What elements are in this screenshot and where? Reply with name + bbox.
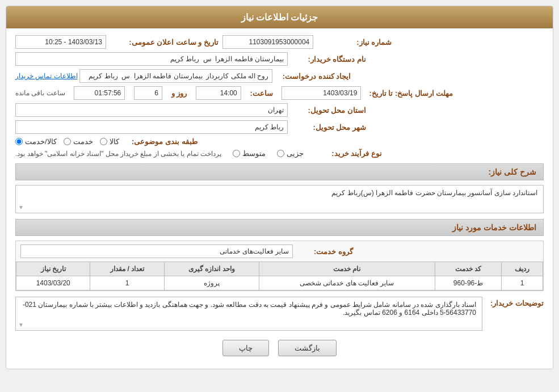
- buyer-notes-label: توضیحات خریدار:: [487, 297, 544, 307]
- page-title: جزئیات اطلاعات نیاز: [6, 6, 553, 28]
- deadline-time-label: ساعت:: [250, 89, 272, 98]
- buyer-org-input[interactable]: [15, 52, 288, 66]
- cell-name: سایر فعالیت های خدماتی شخصی: [259, 276, 435, 290]
- purchase-type-label: نوع فرآیند خرید:: [308, 149, 382, 158]
- purchase-type-radio-medium[interactable]: [233, 150, 240, 157]
- back-button[interactable]: بازگشت: [278, 340, 337, 356]
- category-radio-both[interactable]: [15, 138, 23, 145]
- cell-unit: پروژه: [164, 276, 259, 290]
- deadline-date-input[interactable]: [281, 86, 361, 100]
- deadline-label: مهلت ارسال پاسخ: تا تاریخ:: [369, 89, 453, 98]
- purchase-type-text: پرداخت تمام یا بخشی از مبلغ خریداز محل "…: [15, 150, 221, 158]
- cell-quantity: 1: [90, 276, 164, 290]
- requester-input[interactable]: [79, 69, 272, 83]
- col-date: تاریخ نیاز: [16, 262, 90, 276]
- category-label: طبقه بندی موضوعی:: [124, 137, 197, 146]
- category-option-both: کالا/خدمت: [25, 137, 57, 146]
- purchase-type-radio-group: جزیی متوسط: [233, 149, 304, 158]
- service-group-input[interactable]: [20, 245, 293, 258]
- cell-date: 1403/03/20: [16, 276, 90, 290]
- buyer-notes-text: اسناد بارگذاری شده در سامانه شامل شرایط …: [23, 301, 476, 317]
- contact-link[interactable]: اطلاعات تماس خریدار: [15, 72, 78, 80]
- col-name: نام خدمت: [259, 262, 435, 276]
- table-row: 1ط-96-960سایر فعالیت های خدماتی شخصیپروژ…: [16, 276, 543, 290]
- purchase-type-radio-partial[interactable]: [277, 150, 284, 157]
- buyer-notes-box: اسناد بارگذاری شده در سامانه شامل شرایط …: [15, 297, 482, 331]
- province-input[interactable]: [15, 103, 288, 117]
- description-section-label: شرح کلی نیاز:: [15, 163, 544, 180]
- services-table: ردیف کد خدمت نام خدمت واحد اندازه گیری ت…: [16, 262, 543, 290]
- cell-code: ط-96-960: [435, 276, 501, 290]
- city-input[interactable]: [15, 120, 288, 134]
- col-qty: تعداد / مقدار: [90, 262, 164, 276]
- print-button[interactable]: چاپ: [222, 340, 269, 356]
- requester-label: ایجاد کننده درخواست:: [277, 72, 351, 81]
- announce-datetime-label: تاریخ و ساعت اعلان عمومی:: [111, 38, 218, 47]
- purchase-type-medium: متوسط: [242, 149, 266, 158]
- need-number-input[interactable]: [222, 35, 313, 49]
- description-text: استاندارد سازی آسانسور بیمارستان حضرت فا…: [331, 189, 537, 197]
- buttons-row: بازگشت چاپ: [15, 340, 544, 362]
- col-row: ردیف: [502, 262, 543, 276]
- remaining-label: ساعت باقی مانده: [15, 89, 65, 97]
- deadline-time-input[interactable]: [196, 86, 241, 100]
- category-radio-service[interactable]: [64, 138, 71, 145]
- buyer-org-label: نام دستگاه خریدار:: [292, 55, 366, 64]
- service-group-label: گروه خدمت:: [296, 247, 353, 256]
- category-option-kala: کالا: [110, 137, 119, 146]
- description-box: استاندارد سازی آسانسور بیمارستان حضرت فا…: [15, 185, 544, 213]
- services-info-title: اطلاعات خدمات مورد نیاز: [15, 219, 544, 236]
- cell-row: 1: [502, 276, 543, 290]
- deadline-days-label: روز و: [171, 89, 187, 98]
- province-label: استان محل تحویل:: [292, 106, 366, 115]
- purchase-type-partial: جزیی: [287, 149, 304, 158]
- city-label: شهر محل تحویل:: [292, 123, 366, 132]
- col-unit: واحد اندازه گیری: [164, 262, 259, 276]
- need-number-label: شماره نیاز:: [318, 38, 392, 47]
- col-code: کد خدمت: [435, 262, 501, 276]
- category-radio-kala[interactable]: [100, 138, 107, 145]
- category-option-service: خدمت: [73, 137, 93, 146]
- announce-datetime-input[interactable]: [15, 35, 106, 49]
- category-radio-group: کالا خدمت کالا/خدمت: [15, 137, 119, 146]
- deadline-days-input[interactable]: [134, 86, 162, 100]
- remaining-time-input[interactable]: [74, 86, 125, 100]
